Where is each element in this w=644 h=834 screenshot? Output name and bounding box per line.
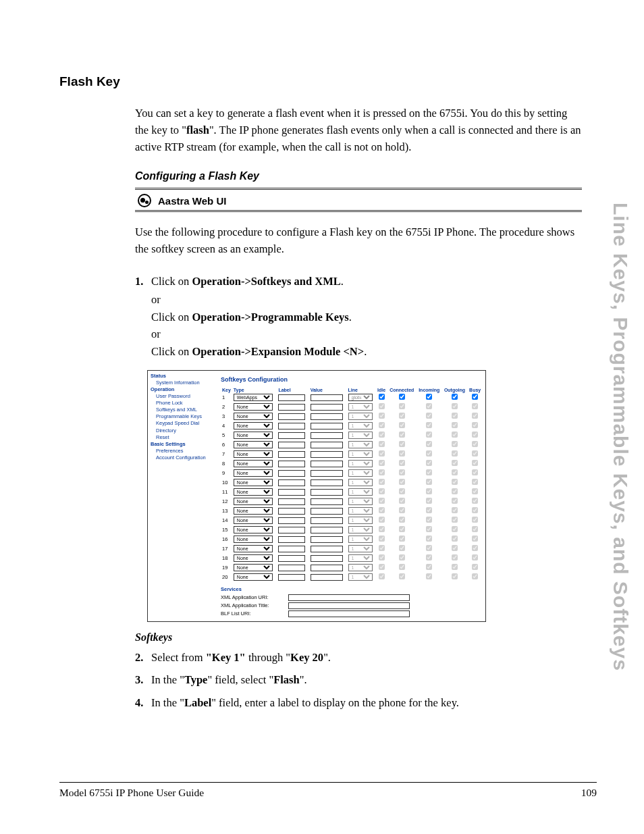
type-select[interactable]: None [234,432,273,439]
value-input[interactable] [311,461,343,467]
nav-item[interactable]: Account Configuration [151,454,218,461]
label-input[interactable] [278,565,305,571]
line-select[interactable]: 1 [348,517,373,524]
line-select[interactable]: global [348,394,373,401]
type-select[interactable]: None [234,564,273,571]
label-input[interactable] [278,432,305,439]
value-input[interactable] [311,574,343,581]
table-row: 8None1 [221,459,483,469]
label-input[interactable] [278,404,305,411]
value-input[interactable] [311,451,343,458]
type-select[interactable]: None [234,507,273,515]
line-select[interactable]: 1 [348,413,373,420]
label-input[interactable] [278,527,305,533]
line-select[interactable]: 1 [348,479,373,486]
label-input[interactable] [278,442,305,448]
type-select[interactable]: None [234,536,273,543]
label-input[interactable] [278,536,305,543]
value-input[interactable] [311,432,343,439]
line-select[interactable]: 1 [348,554,373,562]
line-select[interactable]: 1 [348,441,373,448]
value-input[interactable] [311,555,343,562]
nav-item[interactable]: Programmable Keys [151,413,218,420]
state-checkbox[interactable] [472,394,478,400]
line-select[interactable]: 1 [348,403,373,411]
value-input[interactable] [311,413,343,420]
label-input[interactable] [278,451,305,458]
line-select[interactable]: 1 [348,469,373,477]
label-input[interactable] [278,574,305,581]
state-checkbox[interactable] [399,394,405,400]
line-select[interactable]: 1 [348,460,373,467]
value-input[interactable] [311,423,343,429]
type-select[interactable]: None [234,479,273,486]
value-input[interactable] [311,508,343,515]
label-input[interactable] [278,394,305,401]
value-input[interactable] [311,470,343,477]
line-select[interactable]: 1 [348,526,373,533]
nav-item[interactable]: Preferences [151,448,218,454]
value-input[interactable] [311,442,343,448]
state-checkbox[interactable] [426,394,432,400]
label-input[interactable] [278,489,305,496]
type-select[interactable]: None [234,554,273,562]
label-input[interactable] [278,479,305,486]
label-input[interactable] [278,461,305,467]
nav-item[interactable]: System Information [151,380,218,386]
value-input[interactable] [311,479,343,486]
type-select[interactable]: None [234,413,273,420]
type-select[interactable]: None [234,545,273,552]
label-input[interactable] [278,413,305,420]
value-input[interactable] [311,546,343,552]
value-input[interactable] [311,517,343,524]
nav-item[interactable]: Keypad Speed Dial [151,420,218,427]
line-select[interactable]: 1 [348,450,373,458]
state-checkbox[interactable] [452,394,458,400]
line-select[interactable]: 1 [348,432,373,439]
state-checkbox[interactable] [379,394,385,400]
softkeys-heading: Softkeys [135,631,582,644]
type-select[interactable]: None [234,488,273,496]
xml-title-input[interactable] [288,602,410,609]
label-input[interactable] [278,555,305,562]
blf-uri-input[interactable] [288,610,410,617]
nav-item[interactable]: User Password [151,393,218,400]
nav-item[interactable]: Directory [151,427,218,434]
line-select[interactable]: 1 [348,422,373,429]
type-select[interactable]: WebApps [234,394,273,401]
type-select[interactable]: None [234,450,273,458]
label-input[interactable] [278,546,305,552]
line-select[interactable]: 1 [348,536,373,543]
line-select[interactable]: 1 [348,545,373,552]
type-select[interactable]: None [234,469,273,477]
type-select[interactable]: None [234,403,273,411]
nav-item[interactable]: Reset [151,434,218,441]
value-input[interactable] [311,527,343,533]
value-input[interactable] [311,394,343,401]
type-select[interactable]: None [234,460,273,467]
type-select[interactable]: None [234,441,273,448]
line-select[interactable]: 1 [348,507,373,515]
line-select[interactable]: 1 [348,488,373,496]
line-select[interactable]: 1 [348,564,373,571]
value-input[interactable] [311,498,343,505]
value-input[interactable] [311,404,343,411]
line-select[interactable]: 1 [348,573,373,581]
type-select[interactable]: None [234,573,273,581]
type-select[interactable]: None [234,517,273,524]
value-input[interactable] [311,536,343,543]
label-input[interactable] [278,508,305,515]
label-input[interactable] [278,517,305,524]
type-select[interactable]: None [234,498,273,505]
label-input[interactable] [278,498,305,505]
value-input[interactable] [311,565,343,571]
type-select[interactable]: None [234,526,273,533]
line-select[interactable]: 1 [348,498,373,505]
label-input[interactable] [278,423,305,429]
nav-item[interactable]: Softkeys and XML [151,407,218,413]
value-input[interactable] [311,489,343,496]
type-select[interactable]: None [234,422,273,429]
nav-item[interactable]: Phone Lock [151,400,218,407]
label-input[interactable] [278,470,305,477]
xml-uri-input[interactable] [288,594,410,601]
